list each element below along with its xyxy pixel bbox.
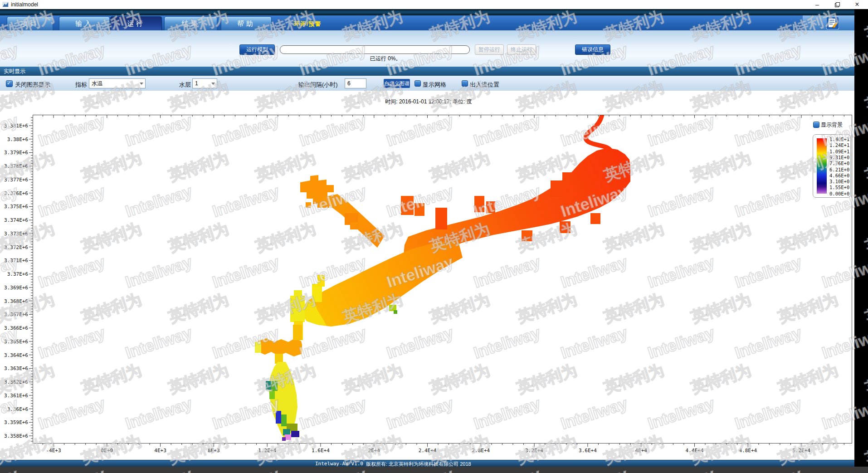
indicator-value: 水温: [92, 80, 102, 88]
window-titlebar: initialmodel – ×: [0, 0, 868, 9]
y-tick-label: 3.36E+6: [1, 406, 28, 412]
run-toolbar: 运行模型 已运行 0%。 暂停运行 终止运行 错误信息: [0, 30, 854, 67]
x-tick-label: -4E+3: [33, 448, 74, 453]
y-tick-label: 3.376E+6: [1, 190, 28, 196]
colorbar-value-label: 1.09E+1: [829, 149, 849, 154]
desktop-background-bottom: [0, 467, 868, 473]
colorbar-value-label: 7.76E+0: [829, 161, 849, 166]
x-tick-label: 4E+4: [621, 448, 662, 453]
tabbar-right-panel: [803, 15, 854, 30]
show-background-checkbox[interactable]: [813, 122, 819, 128]
x-tick-label: 1.2E+4: [247, 448, 288, 453]
desktop-background-right: [854, 9, 868, 467]
y-tick-label: 3.361E+6: [1, 393, 28, 399]
x-tick-label: 2E+4: [354, 448, 395, 453]
x-tick-label: 2.8E+4: [460, 448, 501, 453]
show-grid-checkbox[interactable]: [414, 80, 421, 87]
restore-button[interactable]: [828, 0, 846, 9]
colorbar-legend: 1.40E+11.24E+11.09E+19.31E+07.76E+06.21E…: [813, 134, 851, 198]
minimize-button[interactable]: –: [808, 0, 826, 9]
tab-results[interactable]: 结果: [164, 16, 217, 31]
y-tick-label: 3.373E+6: [1, 231, 28, 237]
y-tick-label: 3.381E+6: [1, 123, 28, 129]
x-tick-label: 4.8E+4: [727, 448, 768, 453]
y-tick-label: 3.37E+6: [1, 271, 28, 277]
interval-label: 输出间隔(小时): [298, 81, 338, 89]
status-bar: Intelway-AW V1.0 版权所有: 北京英特利为环境科技有限公司 20…: [0, 460, 854, 467]
close-graphics-checkbox[interactable]: [6, 80, 13, 87]
y-tick-label: 3.374E+6: [1, 217, 28, 223]
y-tick-label: 3.362E+6: [1, 379, 28, 385]
chevron-down-icon: [140, 83, 143, 85]
y-tick-label: 3.368E+6: [1, 298, 28, 304]
tab-project[interactable]: 项目: [7, 16, 53, 31]
y-tick-label: 3.369E+6: [1, 285, 28, 291]
y-tick-label: 3.377E+6: [1, 177, 28, 183]
interval-input[interactable]: [345, 78, 366, 88]
colorbar-value-label: 1.40E+1: [829, 137, 849, 142]
y-tick-label: 3.365E+6: [1, 339, 28, 345]
x-tick-label: 0E+0: [87, 448, 127, 453]
x-tick-label: 4E+3: [140, 448, 181, 453]
indicator-select[interactable]: 水温: [89, 78, 146, 88]
layer-label: 水层: [179, 81, 191, 89]
colorbar-value-label: 0.00E+0: [829, 191, 849, 196]
chevron-down-icon: [211, 83, 215, 85]
flow-positions-checkbox[interactable]: [462, 80, 468, 87]
close-button[interactable]: ×: [848, 0, 866, 9]
y-tick-label: 3.359E+6: [1, 419, 28, 425]
indicator-label: 指标: [75, 81, 87, 89]
y-tick-label: 3.379E+6: [1, 150, 28, 156]
stop-run-button[interactable]: 终止运行: [507, 44, 536, 55]
colorbar-value-label: 4.66E+0: [829, 173, 849, 178]
y-tick-label: 3.378E+6: [1, 163, 28, 169]
close-graphics-label: 关闭图形显示: [15, 81, 50, 89]
layer-select[interactable]: 1: [192, 78, 217, 88]
x-tick-label: 4.4E+4: [674, 448, 715, 453]
y-tick-label: 3.363E+6: [1, 366, 28, 371]
report-icon[interactable]: [826, 17, 839, 29]
x-tick-label: 1.6E+4: [300, 448, 341, 453]
progress-bar: [280, 45, 470, 54]
x-tick-label: 2.4E+4: [407, 448, 448, 453]
colorbar-value-label: 6.21E+0: [829, 167, 849, 172]
show-background-label: 显示背景: [821, 121, 843, 129]
header-strip: [0, 9, 854, 15]
y-tick-label: 3.358E+6: [1, 433, 28, 439]
colorbar-value-label: 1.55E+0: [829, 185, 849, 190]
progress-text: 已运行 0%。: [317, 55, 454, 63]
x-tick-label: 3.2E+4: [514, 448, 555, 453]
pause-run-button[interactable]: 暂停运行: [475, 44, 504, 55]
colorbar-value-label: 3.10E+0: [829, 179, 849, 184]
app-icon: [2, 1, 9, 8]
flow-positions-label: 出入流位置: [470, 81, 499, 89]
tab-env-warning[interactable]: 环评/预警: [294, 20, 322, 28]
main-tabbar: 项目 输入 运行 结果 帮助 环评/预警: [0, 15, 854, 30]
app-window: initialmodel – × 项目 输入 运行 结果 帮助 环评/预警: [0, 0, 868, 473]
realtime-controls: 关闭图形显示 指标 水温 水层 1 输出间隔(小时) 自定义图谱 显示网格 出入…: [0, 76, 854, 91]
tab-input[interactable]: 输入: [59, 16, 110, 31]
colorbar-value-label: 9.31E+0: [829, 155, 849, 160]
colorbar-gradient: [817, 138, 827, 194]
y-tick-label: 3.364E+6: [1, 352, 28, 358]
tab-help[interactable]: 帮助: [221, 16, 272, 31]
y-tick-label: 3.372E+6: [1, 244, 28, 250]
tab-run[interactable]: 运行: [110, 16, 162, 31]
plot-area: [33, 115, 852, 444]
run-model-button[interactable]: 运行模型: [239, 44, 275, 55]
y-tick-label: 3.38E+6: [1, 137, 28, 142]
y-tick-label: 3.367E+6: [1, 312, 28, 317]
realtime-section-header: 实时显示: [0, 67, 854, 76]
x-tick-label: 5.2E+4: [781, 448, 822, 453]
time-unit-label: 时间: 2016-01-01 12:00:17; 单位: 度: [358, 98, 499, 106]
show-grid-label: 显示网格: [423, 81, 446, 89]
colorbar-value-label: 1.24E+1: [829, 142, 849, 148]
custom-colormap-button[interactable]: 自定义图谱: [384, 79, 410, 88]
y-tick-label: 3.371E+6: [1, 258, 28, 263]
y-tick-label: 3.375E+6: [1, 204, 28, 210]
restore-icon: [835, 2, 839, 7]
window-title: initialmodel: [11, 1, 38, 8]
status-version: Intelway-AW V1.0: [315, 461, 363, 467]
layer-value: 1: [195, 80, 198, 87]
error-info-button[interactable]: 错误信息: [575, 44, 610, 55]
